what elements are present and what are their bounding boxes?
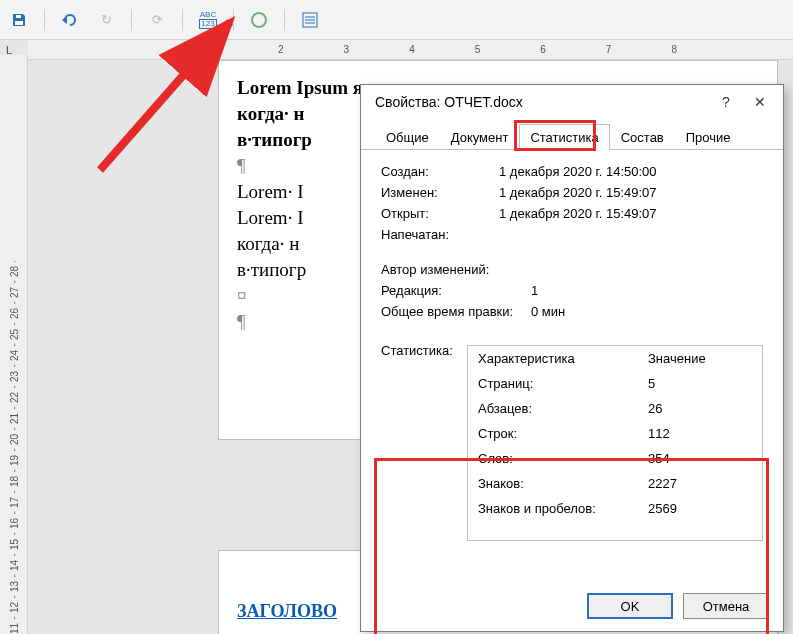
help-button[interactable]: ? bbox=[709, 88, 743, 116]
svg-rect-0 bbox=[15, 21, 23, 25]
tab-состав[interactable]: Состав bbox=[610, 124, 675, 150]
stats-cell: 354 bbox=[638, 446, 762, 471]
svg-rect-1 bbox=[16, 15, 21, 18]
stats-cell: Знаков и пробелов: bbox=[468, 496, 638, 521]
property-row: Открыт:1 декабря 2020 г. 15:49:07 bbox=[381, 206, 763, 221]
stats-cell: 2569 bbox=[638, 496, 762, 521]
stats-row: Слов:354 bbox=[468, 446, 762, 471]
refresh-icon[interactable]: ⟳ bbox=[146, 9, 168, 31]
property-key: Автор изменений: bbox=[381, 262, 531, 277]
dialog-titlebar[interactable]: Свойства: ОТЧЕТ.docx ? ✕ bbox=[361, 85, 783, 119]
stats-cell: 112 bbox=[638, 421, 762, 446]
tab-общие[interactable]: Общие bbox=[375, 124, 440, 150]
property-key: Изменен: bbox=[381, 185, 499, 200]
stats-row: Знаков:2227 bbox=[468, 471, 762, 496]
stats-cell: 2227 bbox=[638, 471, 762, 496]
tab-документ[interactable]: Документ bbox=[440, 124, 520, 150]
stats-header: Характеристика bbox=[468, 346, 638, 371]
stats-cell: 26 bbox=[638, 396, 762, 421]
stats-cell: Строк: bbox=[468, 421, 638, 446]
svg-point-2 bbox=[252, 13, 266, 27]
stats-row: Абзацев:26 bbox=[468, 396, 762, 421]
stats-cell: Страниц: bbox=[468, 371, 638, 396]
ruler-tick: 5 bbox=[475, 44, 481, 55]
spellcheck-icon[interactable]: ABC123 bbox=[197, 9, 219, 31]
property-row: Редакция:1 bbox=[381, 283, 763, 298]
stats-cell: Слов: bbox=[468, 446, 638, 471]
separator bbox=[182, 9, 183, 31]
ruler-tick: 6 bbox=[540, 44, 546, 55]
tab-статистика[interactable]: Статистика bbox=[519, 124, 609, 150]
dialog-body: Создан:1 декабря 2020 г. 14:50:00Изменен… bbox=[361, 150, 783, 555]
stats-row: Знаков и пробелов:2569 bbox=[468, 496, 762, 521]
stats-row: Страниц:5 bbox=[468, 371, 762, 396]
property-value: 1 декабря 2020 г. 15:49:07 bbox=[499, 206, 657, 221]
ruler-tick: 2 bbox=[278, 44, 284, 55]
properties-dialog: Свойства: ОТЧЕТ.docx ? ✕ ОбщиеДокументСт… bbox=[360, 84, 784, 632]
property-row: Напечатан: bbox=[381, 227, 763, 242]
separator bbox=[284, 9, 285, 31]
property-value: 0 мин bbox=[531, 304, 565, 319]
stats-cell: Абзацев: bbox=[468, 396, 638, 421]
property-key: Напечатан: bbox=[381, 227, 499, 242]
save-icon[interactable] bbox=[8, 9, 30, 31]
close-button[interactable]: ✕ bbox=[743, 88, 777, 116]
separator bbox=[233, 9, 234, 31]
stats-label: Статистика: bbox=[381, 343, 459, 358]
ruler-tick: · 28 · bbox=[3, 243, 24, 283]
ruler-tick: 8 bbox=[671, 44, 677, 55]
redo-icon[interactable]: ↻ bbox=[95, 9, 117, 31]
circle-shape-icon[interactable] bbox=[248, 9, 270, 31]
dialog-buttons: OK Отмена bbox=[587, 593, 769, 619]
property-value: 1 декабря 2020 г. 15:49:07 bbox=[499, 185, 657, 200]
ruler-tick: 7 bbox=[606, 44, 612, 55]
separator bbox=[44, 9, 45, 31]
separator bbox=[131, 9, 132, 31]
property-row: Общее время правки:0 мин bbox=[381, 304, 763, 319]
property-value: 1 декабря 2020 г. 14:50:00 bbox=[499, 164, 657, 179]
property-key: Редакция: bbox=[381, 283, 531, 298]
stats-cell: Знаков: bbox=[468, 471, 638, 496]
ok-button[interactable]: OK bbox=[587, 593, 673, 619]
stats-row: Строк:112 bbox=[468, 421, 762, 446]
quick-access-toolbar: ↻ ⟳ ABC123 bbox=[0, 0, 793, 40]
property-row: Автор изменений: bbox=[381, 262, 763, 277]
property-key: Открыт: bbox=[381, 206, 499, 221]
stats-cell: 5 bbox=[638, 371, 762, 396]
vertical-ruler: · 11 ·· 12 ·· 13 ·· 14 ·· 15 ·· 16 ·· 17… bbox=[0, 55, 28, 634]
horizontal-ruler: 2345678 bbox=[28, 40, 793, 60]
stats-header: Значение bbox=[638, 346, 762, 371]
property-key: Общее время правки: bbox=[381, 304, 531, 319]
dialog-title: Свойства: ОТЧЕТ.docx bbox=[375, 94, 523, 110]
statistics-table: ХарактеристикаЗначениеСтраниц:5Абзацев:2… bbox=[467, 345, 763, 541]
cancel-button[interactable]: Отмена bbox=[683, 593, 769, 619]
property-row: Создан:1 декабря 2020 г. 14:50:00 bbox=[381, 164, 763, 179]
property-key: Создан: bbox=[381, 164, 499, 179]
ruler-tick: 3 bbox=[344, 44, 350, 55]
tab-прочие[interactable]: Прочие bbox=[675, 124, 742, 150]
stats-button-icon[interactable] bbox=[299, 9, 321, 31]
ruler-tick: 4 bbox=[409, 44, 415, 55]
dialog-tabs: ОбщиеДокументСтатистикаСоставПрочие bbox=[361, 119, 783, 150]
undo-icon[interactable] bbox=[59, 9, 81, 31]
heading-text: ЗАГОЛОВО bbox=[237, 601, 337, 621]
property-value: 1 bbox=[531, 283, 538, 298]
property-row: Изменен:1 декабря 2020 г. 15:49:07 bbox=[381, 185, 763, 200]
